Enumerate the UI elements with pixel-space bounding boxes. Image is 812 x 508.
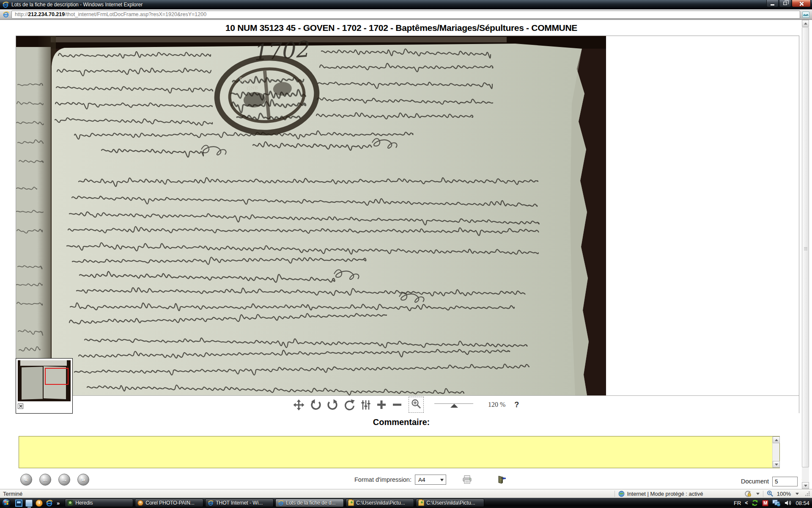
system-tray: FR < M 08:54: [734, 498, 809, 508]
task-button-label: Corel PHOTO-PAIN...: [145, 500, 195, 506]
adjust-levels-icon[interactable]: [361, 399, 371, 411]
zoom-dropdown-icon[interactable]: [796, 493, 799, 495]
page-scrollbar[interactable]: [802, 20, 809, 489]
quick-launch-more-chevron[interactable]: »: [57, 500, 60, 506]
rotate-ccw-icon[interactable]: [310, 399, 321, 411]
quick-launch-bar: »: [15, 500, 60, 507]
task-button-strip: Heredis Corel PHOTO-PAIN... THOT Interne…: [65, 499, 484, 507]
taskbar-button[interactable]: C:\Users\nilda\Pictu...: [416, 499, 484, 507]
document-number-input[interactable]: [772, 477, 798, 486]
page-scroll-down-icon[interactable]: [802, 482, 809, 489]
quick-launch-clock-icon[interactable]: [36, 500, 43, 507]
mcafee-letter: M: [763, 500, 767, 505]
zoom-slider[interactable]: [434, 400, 473, 409]
thumb-left-page: [22, 367, 43, 400]
viewer-toolbar: 120 % ?: [16, 395, 799, 413]
compatibility-view-icon[interactable]: [802, 11, 809, 18]
taskbar-button[interactable]: THOT Internet - Wi...: [205, 499, 274, 507]
volume-tray-icon[interactable]: [785, 500, 792, 506]
address-bar: http://212.234.70.219/thot_internet/FrmL…: [0, 9, 812, 20]
quick-launch-app-icon[interactable]: [15, 500, 22, 507]
comment-label: Commentaire:: [0, 417, 803, 427]
quick-launch-ie-icon[interactable]: [46, 500, 53, 507]
language-indicator[interactable]: FR: [734, 500, 741, 506]
close-button[interactable]: [792, 0, 811, 7]
magnifier-tool-button[interactable]: [409, 397, 424, 413]
document-label: Document: [741, 478, 769, 485]
restore-icon: [783, 2, 787, 5]
ie-page-icon: [3, 11, 9, 18]
address-input[interactable]: http://212.234.70.219/thot_internet/FrmL…: [11, 11, 800, 19]
status-bar: Terminé Internet | Mode protégé : activé…: [0, 489, 812, 498]
window-title: Lots de la fiche de description - Window…: [11, 2, 143, 8]
print-format-label: Format d'impression:: [354, 476, 411, 483]
comment-box: [19, 436, 780, 468]
zoom-in-icon[interactable]: [376, 400, 387, 410]
zoom-out-icon[interactable]: [392, 400, 402, 410]
task-button-label: C:\Users\nilda\Pictu...: [356, 500, 405, 506]
comment-scrollbar[interactable]: [772, 436, 779, 468]
print-format-select[interactable]: A4: [415, 475, 446, 485]
task-button-label: Lots de la fiche de d...: [286, 500, 335, 506]
last-document-button[interactable]: »: [77, 474, 89, 486]
page-scroll-up-icon[interactable]: [802, 20, 809, 27]
help-button[interactable]: ?: [514, 400, 519, 409]
print-controls: Format d'impression: A4: [354, 475, 506, 485]
task-app-icon: [67, 500, 73, 506]
mcafee-tray-icon[interactable]: M: [762, 500, 768, 506]
document-navigation: « ← → »: [20, 474, 89, 486]
first-document-button[interactable]: «: [20, 474, 32, 486]
page-scrollbar-thumb[interactable]: [802, 27, 809, 467]
ie-window-icon: [2, 1, 9, 8]
minimize-icon: [771, 4, 774, 6]
status-text: Terminé: [3, 491, 22, 497]
thumbnail-close-icon[interactable]: [18, 403, 23, 409]
minimize-button[interactable]: [766, 0, 779, 7]
manuscript-image[interactable]: 1702 BRET GNB: [16, 36, 606, 395]
next-document-button[interactable]: →: [58, 474, 70, 486]
print-format-value: A4: [418, 477, 425, 483]
scroll-up-icon[interactable]: [773, 436, 780, 443]
reset-rotation-icon[interactable]: [344, 399, 355, 411]
rotate-cw-icon[interactable]: [327, 399, 338, 411]
start-button[interactable]: [2, 498, 11, 508]
tray-expand-chevron[interactable]: <: [745, 500, 748, 506]
task-button-label: THOT Internet - Wi...: [216, 500, 263, 506]
taskbar-clock[interactable]: 08:54: [796, 500, 809, 506]
previous-document-button[interactable]: ←: [39, 474, 51, 486]
restore-button[interactable]: [779, 0, 791, 7]
exit-icon[interactable]: [497, 475, 506, 484]
thumbnail-navigator: [16, 358, 73, 414]
task-button-label: Heredis: [75, 500, 93, 506]
magnifier-icon: [411, 398, 422, 409]
taskbar-button[interactable]: C:\Users\nilda\Pictu...: [346, 499, 414, 507]
select-arrow-icon: [440, 479, 444, 481]
document-counter: Document / 10: [741, 475, 812, 488]
url-scheme: http://: [15, 11, 28, 17]
zoom-slider-knob[interactable]: [450, 404, 458, 408]
task-app-icon: [137, 500, 143, 506]
stamp-text-bottom: GNB: [247, 85, 258, 91]
taskbar-button[interactable]: Heredis: [65, 499, 133, 507]
quick-launch-desktop-icon[interactable]: [25, 500, 33, 507]
task-app-icon: [418, 500, 424, 506]
task-button-label: C:\Users\nilda\Pictu...: [426, 500, 475, 506]
page-zoom-value[interactable]: 100%: [777, 491, 791, 497]
page-zoom-icon[interactable]: [767, 490, 774, 497]
title-bar: Lots de la fiche de description - Window…: [0, 0, 812, 9]
privacy-filter-icon[interactable]: [744, 491, 752, 497]
page-title: 10 NUM 35123 45 - GOVEN - 1702 - 1702 - …: [0, 23, 803, 33]
pan-tool-icon[interactable]: [293, 399, 304, 411]
internet-zone-icon: [618, 491, 625, 497]
network-tray-icon[interactable]: [772, 500, 781, 507]
thumbnail-image[interactable]: [18, 360, 71, 401]
thumbnail-viewport-rect[interactable]: [45, 368, 69, 385]
comment-textarea[interactable]: [19, 436, 772, 468]
printer-icon[interactable]: [462, 475, 472, 485]
resize-grip-icon: [805, 491, 810, 497]
privacy-dropdown-icon[interactable]: [756, 493, 760, 495]
sync-tray-icon[interactable]: [752, 500, 758, 506]
scroll-down-icon[interactable]: [773, 461, 780, 468]
taskbar-button[interactable]: Corel PHOTO-PAIN...: [135, 499, 203, 507]
taskbar-button[interactable]: Lots de la fiche de d...: [275, 499, 344, 507]
